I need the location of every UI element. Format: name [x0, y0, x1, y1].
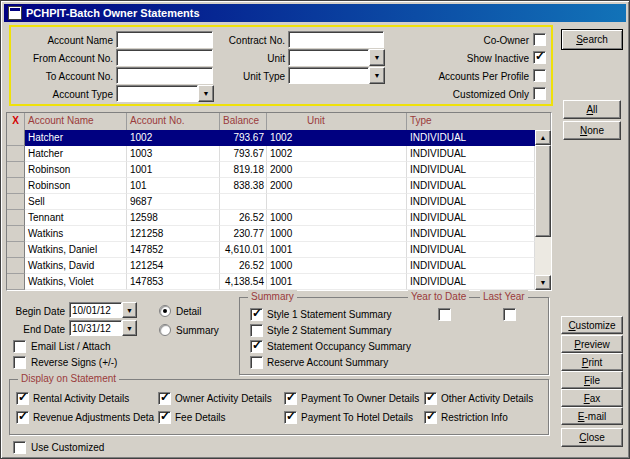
scroll-down-icon[interactable]: ▼ [535, 275, 551, 290]
style1-last-year-checkbox[interactable] [503, 308, 516, 321]
table-row[interactable]: Watkins, Violet1478534,138.541001INDIVID… [7, 274, 535, 290]
show-inactive-checkbox[interactable] [533, 51, 546, 64]
table-cell: 26.52 [220, 210, 267, 226]
row-selector-cell [7, 258, 25, 274]
account-type-input[interactable] [116, 85, 198, 102]
payment-owner-checkbox[interactable] [284, 392, 297, 405]
table-cell: 26.52 [220, 258, 267, 274]
fee-details-checkbox[interactable] [158, 411, 171, 424]
table-cell: 1002 [267, 146, 407, 162]
table-cell: INDIVIDUAL [407, 274, 535, 290]
begin-date-input[interactable] [69, 302, 122, 318]
all-button[interactable]: All [563, 100, 621, 119]
app-icon [8, 6, 22, 20]
accounts-per-profile-label: Accounts Per Profile [421, 69, 529, 84]
display-group: Display on Statement Rental Activity Det… [9, 379, 549, 435]
table-cell: Robinson [25, 162, 127, 178]
revenue-adjustments-checkbox[interactable] [16, 411, 29, 424]
co-owner-checkbox[interactable] [533, 33, 546, 46]
customize-button[interactable]: Customize [561, 316, 623, 334]
table-row[interactable]: Hatcher1002793.671002INDIVIDUAL [7, 130, 535, 146]
reserve-account-checkbox[interactable] [250, 356, 263, 369]
table-row[interactable]: Hatcher1003793.671002INDIVIDUAL [7, 146, 535, 162]
column-header-unit[interactable]: Unit [267, 113, 407, 130]
end-date-dropdown-icon[interactable]: ▼ [122, 320, 137, 336]
style1-summary-checkbox[interactable] [250, 308, 263, 321]
customized-only-checkbox[interactable] [533, 87, 546, 100]
row-selector-cell [7, 226, 25, 242]
table-cell: 1002 [267, 130, 407, 146]
table-row[interactable]: Watkins, David12125426.521000INDIVIDUAL [7, 258, 535, 274]
table-row[interactable]: Watkins, Daniel1478524,610.011001INDIVID… [7, 242, 535, 258]
unit-input[interactable] [288, 49, 369, 66]
reverse-signs-checkbox[interactable] [13, 356, 26, 369]
unit-type-dropdown-icon[interactable]: ▼ [369, 67, 385, 84]
none-button[interactable]: None [563, 121, 621, 140]
preview-button[interactable]: Preview [561, 335, 623, 353]
row-selector-cell [7, 242, 25, 258]
style1-summary-label: Style 1 Statement Summary [267, 307, 392, 322]
close-button[interactable]: Close [561, 428, 623, 447]
owner-activity-checkbox[interactable] [158, 392, 171, 405]
table-cell: INDIVIDUAL [407, 258, 535, 274]
table-row[interactable]: Tennant1259826.521000INDIVIDUAL [7, 210, 535, 226]
table-cell: 147852 [127, 242, 220, 258]
occupancy-summary-checkbox[interactable] [250, 340, 263, 353]
table-row[interactable]: Watkins121258230.771000INDIVIDUAL [7, 226, 535, 242]
end-date-input[interactable] [69, 320, 122, 336]
unit-type-input[interactable] [288, 67, 369, 84]
email-list-checkbox[interactable] [13, 340, 26, 353]
account-name-label: Account Name [13, 33, 113, 48]
owner-activity-label: Owner Activity Details [175, 391, 281, 406]
scroll-up-icon[interactable]: ▲ [535, 130, 551, 145]
summary-radio[interactable] [159, 324, 171, 336]
column-header-balance[interactable]: Balance [220, 113, 267, 130]
column-header-account-no[interactable]: Account No. [127, 113, 220, 130]
use-customized-checkbox[interactable] [13, 441, 26, 454]
style1-ytd-checkbox[interactable] [438, 308, 451, 321]
table-cell: Watkins, Violet [25, 274, 127, 290]
detail-radio[interactable] [159, 305, 171, 317]
email-button[interactable]: E-mail [561, 407, 623, 425]
table-cell: 101 [127, 178, 220, 194]
table-scrollbar[interactable]: ▲ ▼ [535, 130, 551, 290]
payment-hotel-checkbox[interactable] [284, 411, 297, 424]
table-cell: INDIVIDUAL [407, 242, 535, 258]
print-button[interactable]: Print [561, 353, 623, 371]
account-type-dropdown-icon[interactable]: ▼ [198, 85, 214, 102]
titlebar: PCHPIT-Batch Owner Statements [4, 4, 626, 22]
table-row[interactable]: Sell9687INDIVIDUAL [7, 194, 535, 210]
style2-summary-checkbox[interactable] [250, 324, 263, 337]
accounts-per-profile-checkbox[interactable] [533, 69, 546, 82]
contract-no-input[interactable] [288, 31, 384, 48]
search-button[interactable]: Search [561, 29, 623, 50]
file-button[interactable]: File [561, 371, 623, 389]
customized-only-label: Customized Only [421, 87, 529, 102]
table-cell: Tennant [25, 210, 127, 226]
table-row[interactable]: Robinson1001819.182000INDIVIDUAL [7, 162, 535, 178]
begin-date-label: Begin Date [9, 304, 65, 319]
table-cell: INDIVIDUAL [407, 146, 535, 162]
begin-date-dropdown-icon[interactable]: ▼ [122, 302, 137, 318]
column-header-x[interactable]: X [7, 113, 25, 130]
from-account-label: From Account No. [13, 51, 113, 66]
fee-details-label: Fee Details [175, 410, 281, 425]
row-selector-cell [7, 162, 25, 178]
window-title: PCHPIT-Batch Owner Statements [26, 7, 200, 19]
to-account-label: To Account No. [13, 69, 113, 84]
other-activity-checkbox[interactable] [424, 392, 437, 405]
table-cell: INDIVIDUAL [407, 194, 535, 210]
rental-activity-checkbox[interactable] [16, 392, 29, 405]
column-header-account-name[interactable]: Account Name [25, 113, 127, 130]
unit-dropdown-icon[interactable]: ▼ [369, 49, 385, 66]
table-cell: 793.67 [220, 130, 267, 146]
payment-owner-label: Payment To Owner Details [301, 391, 422, 406]
fax-button[interactable]: Fax [561, 389, 623, 407]
column-header-type[interactable]: Type [407, 113, 551, 130]
scroll-thumb[interactable] [535, 145, 551, 237]
last-year-header: Last Year [480, 290, 528, 303]
table-cell: 1000 [267, 258, 407, 274]
restriction-info-checkbox[interactable] [424, 411, 437, 424]
table-cell: Hatcher [25, 130, 127, 146]
table-row[interactable]: Robinson101838.382000INDIVIDUAL [7, 178, 535, 194]
